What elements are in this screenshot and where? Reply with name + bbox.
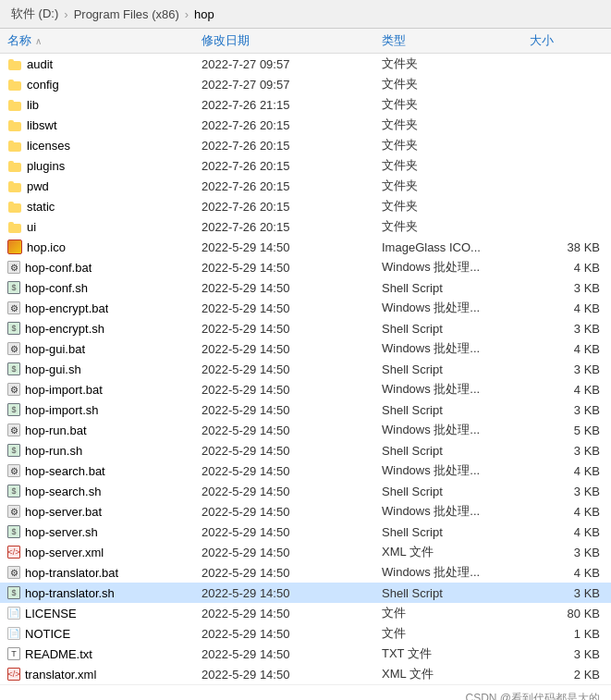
file-type: Windows 批处理...	[382, 259, 530, 276]
sh-icon: $	[7, 586, 20, 599]
file-name-cell: $ hop-import.sh	[7, 403, 202, 417]
file-name-cell: $ hop-encrypt.sh	[7, 322, 202, 336]
table-row[interactable]: hop.ico 2022-5-29 14:50 ImageGlass ICO..…	[0, 237, 611, 257]
sh-icon: $	[7, 322, 20, 335]
file-name-cell: $ hop-run.sh	[7, 444, 202, 458]
file-size: 5 KB	[530, 424, 604, 437]
table-row[interactable]: ui 2022-7-26 20:15 文件夹	[0, 216, 611, 237]
table-row[interactable]: plugins 2022-7-26 20:15 文件夹	[0, 155, 611, 176]
table-row[interactable]: lib 2022-7-26 21:15 文件夹	[0, 94, 611, 115]
table-row[interactable]: libswt 2022-7-26 20:15 文件夹	[0, 115, 611, 135]
file-date: 2022-5-29 14:50	[202, 647, 382, 661]
table-row[interactable]: </> hop-server.xml 2022-5-29 14:50 XML 文…	[0, 542, 611, 562]
sh-icon: $	[7, 485, 20, 497]
ico-icon	[7, 239, 22, 254]
file-date: 2022-5-29 14:50	[202, 403, 382, 417]
table-row[interactable]: ⚙ hop-server.bat 2022-5-29 14:50 Windows…	[0, 501, 611, 522]
bat-icon: ⚙	[7, 505, 20, 518]
table-row[interactable]: </> translator.xml 2022-5-29 14:50 XML 文…	[0, 664, 611, 684]
bat-icon: ⚙	[7, 383, 20, 396]
file-name-label: ui	[27, 220, 36, 234]
col-header-type[interactable]: 类型	[382, 32, 530, 49]
file-name-cell: ⚙ hop-conf.bat	[7, 261, 202, 275]
sh-icon: $	[7, 525, 20, 538]
file-size: 3 KB	[530, 322, 604, 336]
table-row[interactable]: audit 2022-7-27 09:57 文件夹	[0, 54, 611, 74]
table-row[interactable]: $ hop-import.sh 2022-5-29 14:50 Shell Sc…	[0, 399, 611, 420]
table-row[interactable]: ⚙ hop-translator.bat 2022-5-29 14:50 Win…	[0, 562, 611, 583]
table-row[interactable]: ⚙ hop-search.bat 2022-5-29 14:50 Windows…	[0, 461, 611, 481]
file-type: 文件夹	[382, 218, 530, 235]
table-row[interactable]: $ hop-server.sh 2022-5-29 14:50 Shell Sc…	[0, 522, 611, 542]
file-name-cell: $ hop-conf.sh	[7, 281, 202, 295]
file-size: 3 KB	[530, 647, 604, 661]
table-row[interactable]: ⚙ hop-conf.bat 2022-5-29 14:50 Windows 批…	[0, 257, 611, 277]
file-date: 2022-5-29 14:50	[202, 586, 382, 600]
table-row[interactable]: ⚙ hop-encrypt.bat 2022-5-29 14:50 Window…	[0, 298, 611, 318]
folder-icon	[7, 77, 22, 92]
col-header-size[interactable]: 大小	[530, 32, 604, 49]
table-row[interactable]: ⚙ hop-import.bat 2022-5-29 14:50 Windows…	[0, 379, 611, 399]
table-row[interactable]: $ hop-conf.sh 2022-5-29 14:50 Shell Scri…	[0, 277, 611, 298]
file-name-cell: $ hop-translator.sh	[7, 586, 202, 600]
bat-icon: ⚙	[7, 342, 20, 355]
file-type: 文件夹	[382, 178, 530, 194]
file-name-label: hop-import.bat	[25, 383, 103, 397]
file-date: 2022-7-26 20:15	[202, 200, 382, 214]
file-size: 2 KB	[530, 668, 604, 682]
table-row[interactable]: ⚙ hop-gui.bat 2022-5-29 14:50 Windows 批处…	[0, 338, 611, 359]
table-row[interactable]: config 2022-7-27 09:57 文件夹	[0, 74, 611, 94]
table-row[interactable]: 📄 LICENSE 2022-5-29 14:50 文件 80 KB	[0, 603, 611, 623]
file-name-cell: ⚙ hop-encrypt.bat	[7, 301, 202, 315]
file-type: XML 文件	[382, 544, 530, 560]
table-row[interactable]: T README.txt 2022-5-29 14:50 TXT 文件 3 KB	[0, 644, 611, 664]
xml-icon: </>	[7, 546, 20, 559]
file-date: 2022-5-29 14:50	[202, 342, 382, 356]
table-row[interactable]: $ hop-gui.sh 2022-5-29 14:50 Shell Scrip…	[0, 359, 611, 379]
table-row[interactable]: ⚙ hop-run.bat 2022-5-29 14:50 Windows 批处…	[0, 420, 611, 440]
file-name-cell: ⚙ hop-search.bat	[7, 464, 202, 478]
file-size: 4 KB	[530, 383, 604, 397]
table-row[interactable]: $ hop-translator.sh 2022-5-29 14:50 Shel…	[0, 583, 611, 603]
file-date: 2022-5-29 14:50	[202, 301, 382, 315]
file-date: 2022-5-29 14:50	[202, 464, 382, 478]
breadcrumb-part-2[interactable]: Program Files (x86)	[74, 7, 179, 21]
table-row[interactable]: static 2022-7-26 20:15 文件夹	[0, 196, 611, 216]
file-date: 2022-7-26 20:15	[202, 118, 382, 132]
file-type: Shell Script	[382, 403, 530, 417]
file-date: 2022-5-29 14:50	[202, 362, 382, 376]
table-row[interactable]: $ hop-encrypt.sh 2022-5-29 14:50 Shell S…	[0, 318, 611, 338]
file-date: 2022-5-29 14:50	[202, 424, 382, 437]
table-row[interactable]: $ hop-run.sh 2022-5-29 14:50 Shell Scrip…	[0, 440, 611, 461]
col-header-name[interactable]: 名称 ∧	[7, 32, 202, 49]
file-date: 2022-5-29 14:50	[202, 668, 382, 682]
col-header-date[interactable]: 修改日期	[202, 32, 382, 49]
file-type: Shell Script	[382, 485, 530, 498]
table-row[interactable]: $ hop-search.sh 2022-5-29 14:50 Shell Sc…	[0, 481, 611, 501]
table-row[interactable]: 📄 NOTICE 2022-5-29 14:50 文件 1 KB	[0, 623, 611, 644]
file-type: Windows 批处理...	[382, 300, 530, 316]
file-name-cell: ⚙ hop-translator.bat	[7, 566, 202, 580]
file-name-cell: ⚙ hop-server.bat	[7, 505, 202, 519]
file-rows-container: audit 2022-7-27 09:57 文件夹 config 2022-7-…	[0, 54, 611, 684]
bat-icon: ⚙	[7, 261, 20, 274]
folder-icon	[7, 158, 22, 173]
table-row[interactable]: pwd 2022-7-26 20:15 文件夹	[0, 176, 611, 196]
file-name-label: hop-run.bat	[25, 424, 87, 437]
file-type: Shell Script	[382, 525, 530, 539]
table-row[interactable]: licenses 2022-7-26 20:15 文件夹	[0, 135, 611, 155]
txt-icon: T	[7, 647, 20, 660]
file-date: 2022-5-29 14:50	[202, 566, 382, 580]
file-name-label: audit	[27, 57, 53, 71]
breadcrumb-part-1[interactable]: 软件 (D:)	[11, 6, 58, 22]
file-size: 3 KB	[530, 586, 604, 600]
file-type: 文件	[382, 605, 530, 621]
file-date: 2022-7-26 21:15	[202, 98, 382, 112]
file-name-label: hop-translator.bat	[25, 566, 118, 580]
file-type: ImageGlass ICO...	[382, 240, 530, 254]
file-date: 2022-5-29 14:50	[202, 525, 382, 539]
file-name-label: hop-conf.sh	[25, 281, 88, 295]
xml-icon: </>	[7, 668, 20, 681]
file-type: 文件夹	[382, 117, 530, 133]
file-name-cell: static	[7, 199, 202, 214]
